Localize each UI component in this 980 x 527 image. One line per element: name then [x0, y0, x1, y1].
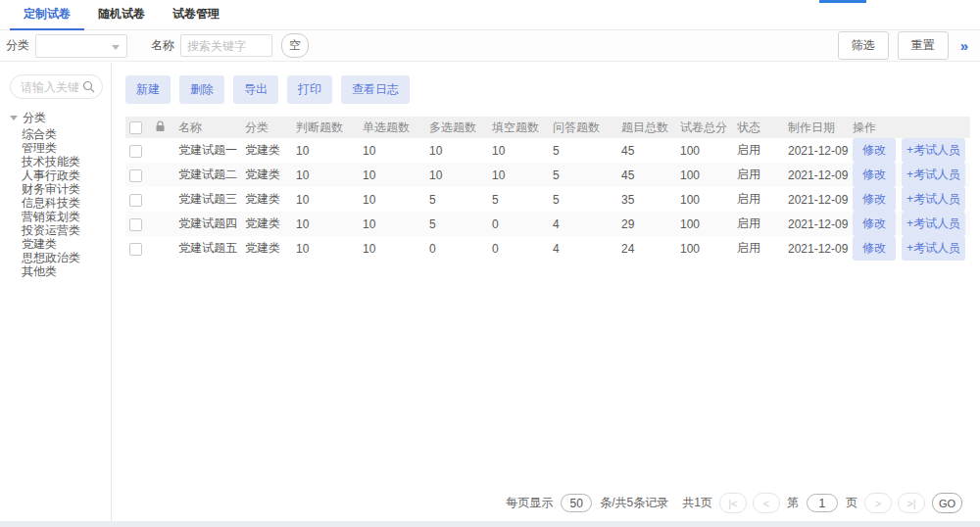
row-select-cell [125, 236, 151, 261]
row-actions-cell: 修改+考试人员 [849, 236, 970, 261]
lock-header [151, 117, 174, 138]
per-page-input[interactable] [561, 494, 592, 512]
toolbar-button-3[interactable]: 打印 [287, 75, 332, 104]
table-row: 党建试题一党建类10101010545100启用2021-12-09修改+考试人… [125, 138, 970, 163]
cell-total_q: 45 [617, 163, 676, 187]
category-tree: 分类 综合类管理类技术技能类人事行政类财务审计类信息科技类营销策划类投资运营类党… [10, 111, 103, 278]
tab-2[interactable]: 试卷管理 [159, 0, 233, 30]
column-header-1: 分类 [241, 117, 292, 138]
toolbar-button-0[interactable]: 新建 [125, 75, 171, 104]
sidebar-item-7[interactable]: 投资运营类 [22, 223, 103, 237]
row-checkbox[interactable] [129, 169, 142, 182]
cell-judge: 10 [292, 212, 359, 236]
edit-button[interactable]: 修改 [853, 236, 896, 261]
table-body: 党建试题一党建类10101010545100启用2021-12-09修改+考试人… [125, 138, 970, 261]
search-icon [82, 80, 95, 96]
cell-category: 党建类 [241, 163, 292, 187]
chevron-down-icon [112, 45, 120, 50]
row-checkbox[interactable] [129, 194, 142, 207]
row-select-cell [125, 163, 151, 187]
sidebar-item-2[interactable]: 技术技能类 [22, 155, 103, 168]
sidebar-item-4[interactable]: 财务审计类 [22, 182, 103, 196]
add-examinee-button[interactable]: +考试人员 [902, 212, 965, 236]
edit-button[interactable]: 修改 [853, 187, 896, 212]
edit-button[interactable]: 修改 [853, 163, 896, 187]
select-all-header [125, 117, 151, 138]
toolbar-button-2[interactable]: 导出 [233, 75, 278, 104]
cell-multi: 5 [425, 187, 488, 212]
cell-category: 党建类 [241, 138, 292, 163]
cell-multi: 10 [425, 138, 488, 163]
sidebar-item-1[interactable]: 管理类 [22, 141, 103, 155]
add-examinee-button[interactable]: +考试人员 [902, 163, 965, 187]
column-header-0: 名称 [174, 117, 241, 138]
column-header-3: 单选题数 [359, 117, 425, 138]
name-search-input[interactable] [180, 34, 272, 57]
filter-button[interactable]: 筛选 [838, 31, 889, 60]
cell-total_score: 100 [676, 163, 733, 187]
add-examinee-button[interactable]: +考试人员 [902, 138, 965, 163]
edit-button[interactable]: 修改 [853, 138, 896, 163]
table-row: 党建试题四党建类101050429100启用2021-12-09修改+考试人员 [125, 212, 970, 236]
empty-button[interactable]: 空 [281, 33, 309, 58]
table-row: 党建试题二党建类10101010545100启用2021-12-09修改+考试人… [125, 163, 970, 187]
cell-total_q: 45 [617, 138, 676, 163]
row-checkbox[interactable] [129, 145, 142, 158]
row-checkbox[interactable] [129, 243, 142, 256]
toolbar-button-4[interactable]: 查看日志 [341, 75, 410, 104]
cell-name: 党建试题二 [174, 163, 241, 187]
first-page-button[interactable]: |< [719, 493, 747, 513]
page-number-input[interactable] [807, 494, 838, 512]
tab-0[interactable]: 定制试卷 [10, 0, 84, 30]
next-page-button[interactable]: > [864, 493, 892, 513]
toolbar: 新建删除导出打印查看日志 [125, 75, 970, 104]
sidebar-item-3[interactable]: 人事行政类 [22, 168, 103, 182]
go-button[interactable]: GO [932, 493, 962, 513]
cell-date: 2021-12-09 [784, 138, 849, 163]
sidebar-item-6[interactable]: 营销策划类 [22, 210, 103, 223]
cell-blank: 0 [488, 212, 549, 236]
row-lock-cell [151, 163, 174, 187]
tree-root-category[interactable]: 分类 [10, 111, 103, 124]
edit-button[interactable]: 修改 [853, 212, 896, 236]
cell-single: 10 [359, 187, 425, 212]
add-examinee-button[interactable]: +考试人员 [902, 236, 965, 261]
column-header-8: 试卷总分 [676, 117, 733, 138]
tab-bar: 定制试卷随机试卷试卷管理 [0, 0, 980, 30]
total-pages-label: 共1页 [682, 495, 712, 511]
toolbar-button-1[interactable]: 删除 [179, 75, 224, 104]
cell-status: 启用 [733, 236, 784, 261]
expand-chevron-icon[interactable]: » [960, 37, 966, 54]
cell-blank: 0 [488, 236, 549, 261]
filter-bar: 分类 名称 空 筛选 重置 » [0, 30, 980, 62]
last-page-button[interactable]: >| [898, 493, 925, 513]
category-filter-label: 分类 [6, 37, 29, 54]
tab-1[interactable]: 随机试卷 [84, 0, 159, 30]
add-examinee-button[interactable]: +考试人员 [902, 187, 965, 212]
horizontal-scrollbar[interactable] [0, 521, 980, 527]
cell-single: 10 [359, 138, 425, 163]
category-select[interactable] [35, 34, 127, 58]
cell-date: 2021-12-09 [784, 212, 849, 236]
select-all-checkbox[interactable] [129, 121, 142, 134]
sidebar-item-0[interactable]: 综合类 [22, 127, 103, 141]
cell-blank: 10 [488, 163, 549, 187]
table-row: 党建试题三党建类101055535100启用2021-12-09修改+考试人员 [125, 187, 970, 212]
papers-table: 名称分类判断题数单选题数多选题数填空题数问答题数题目总数试卷总分状态制作日期操作… [125, 117, 970, 261]
row-checkbox[interactable] [129, 218, 142, 231]
prev-page-button[interactable]: < [753, 493, 780, 513]
cell-name: 党建试题五 [174, 236, 241, 261]
column-header-5: 填空题数 [488, 117, 549, 138]
cell-status: 启用 [733, 212, 784, 236]
cell-multi: 5 [425, 212, 488, 236]
sidebar-item-10[interactable]: 其他类 [22, 264, 103, 278]
reset-button[interactable]: 重置 [898, 31, 949, 60]
tree-item-list: 综合类管理类技术技能类人事行政类财务审计类信息科技类营销策划类投资运营类党建类思… [10, 127, 103, 278]
cell-date: 2021-12-09 [784, 163, 849, 187]
column-header-10: 制作日期 [784, 117, 849, 138]
sidebar-item-5[interactable]: 信息科技类 [22, 196, 103, 210]
cell-blank: 5 [488, 187, 549, 212]
cell-qa: 4 [549, 212, 617, 236]
sidebar-item-8[interactable]: 党建类 [22, 237, 103, 251]
sidebar-item-9[interactable]: 思想政治类 [22, 251, 103, 264]
